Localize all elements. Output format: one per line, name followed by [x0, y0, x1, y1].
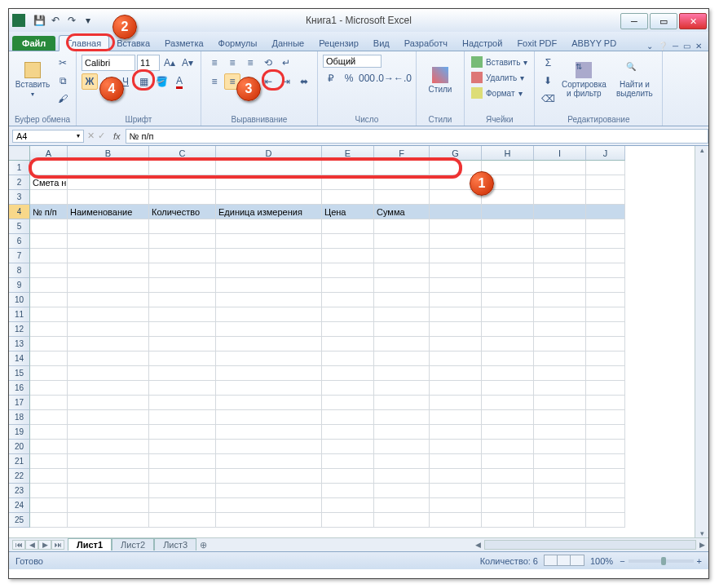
cell-B17[interactable] [68, 396, 149, 410]
col-head-b[interactable]: B [68, 146, 149, 161]
row-head-4[interactable]: 4 [9, 205, 30, 219]
cell-B25[interactable] [68, 513, 149, 528]
autosum-button[interactable]: Σ [540, 55, 556, 71]
cell-E7[interactable] [322, 249, 374, 263]
cell-I11[interactable] [534, 307, 586, 322]
row-head-6[interactable]: 6 [9, 234, 30, 249]
row-head-25[interactable]: 25 [9, 513, 30, 528]
number-format-select[interactable] [323, 55, 382, 68]
cell-A19[interactable] [30, 425, 68, 440]
cell-G22[interactable] [430, 469, 482, 484]
tab-formulas[interactable]: Формулы [211, 36, 265, 51]
cell-B11[interactable] [68, 307, 149, 322]
cell-G14[interactable] [430, 351, 482, 366]
cells-area[interactable]: Смета на работы№ п/пНаименованиеКоличест… [30, 161, 625, 528]
cell-B14[interactable] [68, 351, 149, 366]
percent-button[interactable]: % [341, 70, 357, 86]
orientation-button[interactable]: ⟲ [260, 55, 276, 71]
cell-C25[interactable] [149, 513, 216, 528]
cell-J13[interactable] [586, 337, 625, 351]
row-head-14[interactable]: 14 [9, 351, 30, 366]
cell-D17[interactable] [216, 396, 322, 410]
zoom-level[interactable]: 100% [590, 556, 613, 566]
cell-I14[interactable] [534, 351, 586, 366]
cell-D3[interactable] [216, 190, 322, 205]
increase-font-button[interactable]: A▴ [161, 55, 178, 71]
row-head-11[interactable]: 11 [9, 307, 30, 322]
cell-H20[interactable] [482, 440, 534, 454]
tab-developer[interactable]: Разработч [397, 36, 455, 51]
cell-H19[interactable] [482, 425, 534, 440]
cell-F4[interactable]: Сумма [374, 205, 430, 219]
qat-save[interactable]: 💾 [32, 13, 46, 28]
row-head-8[interactable]: 8 [9, 263, 30, 278]
cell-A13[interactable] [30, 337, 68, 351]
cell-I3[interactable] [534, 190, 586, 205]
row-head-18[interactable]: 18 [9, 410, 30, 425]
cell-J7[interactable] [586, 249, 625, 263]
cell-H10[interactable] [482, 293, 534, 307]
cell-F5[interactable] [374, 219, 430, 234]
tab-addins[interactable]: Надстрой [455, 36, 509, 51]
cell-B23[interactable] [68, 484, 149, 498]
tab-data[interactable]: Данные [264, 36, 311, 51]
cell-D5[interactable] [216, 219, 322, 234]
decrease-indent-button[interactable]: ⇤ [260, 73, 276, 90]
zoom-track[interactable] [629, 559, 694, 563]
enter-icon[interactable]: ✓ [98, 130, 105, 141]
merge-button[interactable]: ⬌ [296, 73, 312, 90]
cell-F14[interactable] [374, 351, 430, 366]
sheet-tab-2[interactable]: Лист2 [112, 538, 154, 550]
hscroll-right[interactable]: ▶ [696, 541, 708, 549]
cell-H13[interactable] [482, 337, 534, 351]
cell-E4[interactable]: Цена [322, 205, 374, 219]
cell-E6[interactable] [322, 234, 374, 249]
new-sheet-button[interactable]: ⊕ [200, 540, 207, 550]
cell-E3[interactable] [322, 190, 374, 205]
cell-G16[interactable] [430, 381, 482, 396]
cell-I8[interactable] [534, 263, 586, 278]
tab-abbyy[interactable]: ABBYY PD [564, 36, 624, 51]
delete-cells-button[interactable]: Удалить ▾ [470, 70, 526, 85]
row-head-1[interactable]: 1 [9, 161, 30, 175]
col-head-d[interactable]: D [216, 146, 322, 161]
zoom-in-button[interactable]: + [697, 556, 702, 566]
cell-F7[interactable] [374, 249, 430, 263]
cell-C6[interactable] [149, 234, 216, 249]
cell-C4[interactable]: Количество [149, 205, 216, 219]
cell-H22[interactable] [482, 469, 534, 484]
align-top-button[interactable]: ≡ [206, 55, 223, 71]
cell-H9[interactable] [482, 278, 534, 293]
cell-G11[interactable] [430, 307, 482, 322]
cell-D1[interactable] [216, 161, 322, 175]
cell-I24[interactable] [534, 498, 586, 513]
cell-I16[interactable] [534, 381, 586, 396]
cell-C18[interactable] [149, 410, 216, 425]
paste-button[interactable]: Вставить ▾ [14, 55, 51, 105]
row-head-24[interactable]: 24 [9, 498, 30, 513]
sheet-tab-1[interactable]: Лист1 [68, 538, 112, 550]
cell-G20[interactable] [430, 440, 482, 454]
cell-C13[interactable] [149, 337, 216, 351]
cell-C20[interactable] [149, 440, 216, 454]
cell-F19[interactable] [374, 425, 430, 440]
cell-H21[interactable] [482, 454, 534, 469]
cell-B9[interactable] [68, 278, 149, 293]
cell-D16[interactable] [216, 381, 322, 396]
vertical-scrollbar[interactable] [695, 146, 708, 537]
cell-D2[interactable] [216, 175, 322, 190]
cell-H11[interactable] [482, 307, 534, 322]
cell-E20[interactable] [322, 440, 374, 454]
cell-A25[interactable] [30, 513, 68, 528]
cell-J24[interactable] [586, 498, 625, 513]
name-box[interactable]: A4▾ [12, 130, 84, 143]
cell-B22[interactable] [68, 469, 149, 484]
cell-I25[interactable] [534, 513, 586, 528]
cell-A16[interactable] [30, 381, 68, 396]
cell-A6[interactable] [30, 234, 68, 249]
cell-D21[interactable] [216, 454, 322, 469]
row-head-5[interactable]: 5 [9, 219, 30, 234]
tab-view[interactable]: Вид [366, 36, 397, 51]
decrease-font-button[interactable]: A▾ [179, 55, 196, 71]
row-head-10[interactable]: 10 [9, 293, 30, 307]
